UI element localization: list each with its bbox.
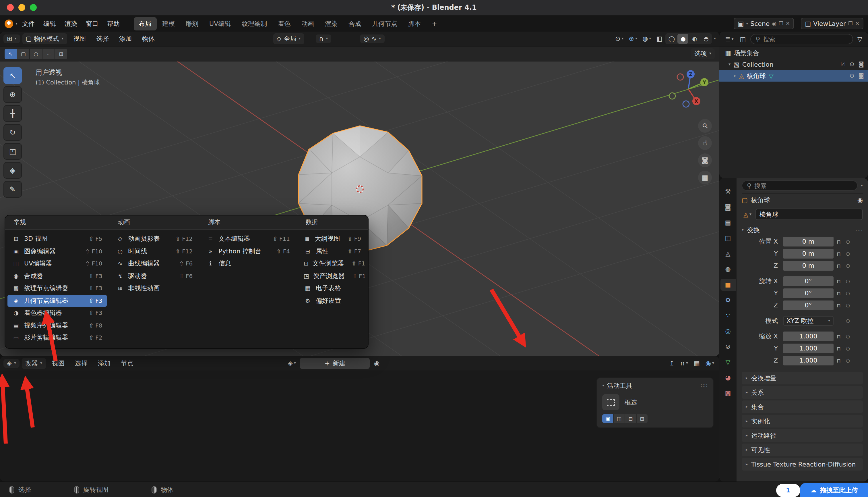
menu-select[interactable]: 选择: [92, 33, 113, 44]
select-mode-box[interactable]: ▢: [17, 48, 29, 59]
expand-icon[interactable]: ▾: [729, 62, 731, 66]
workspace-tab-scripting[interactable]: 脚本: [403, 17, 426, 30]
select-mode-more[interactable]: ⊞: [55, 48, 67, 59]
checkbox-checked-icon[interactable]: ☑: [840, 61, 845, 67]
menu-add[interactable]: 添加: [94, 358, 115, 369]
menu-item-file-browser[interactable]: ⊡文件浏览器⇧ F1: [299, 257, 366, 270]
scene-selector[interactable]: ▣ ▾ Scene ◉ ❐ ✕: [734, 18, 794, 29]
shading-rendered-button[interactable]: ◓: [701, 34, 711, 44]
select-mode-circle[interactable]: ○: [30, 48, 42, 59]
rotation-mode-dropdown[interactable]: XYZ 欧拉 ▾: [783, 316, 834, 326]
new-node-tree-button[interactable]: + 新建: [300, 358, 370, 369]
visibility-panel[interactable]: ▸ 可见性: [742, 443, 863, 456]
menu-item-shader-editor[interactable]: ◑着色器编辑器⇧ F3: [8, 307, 107, 319]
search-input[interactable]: [754, 182, 853, 189]
lock-icon[interactable]: ⊓: [834, 239, 844, 244]
search-input[interactable]: [763, 36, 848, 43]
menu-window[interactable]: 窗口: [82, 17, 102, 30]
grid-snap-button[interactable]: ▦: [692, 359, 702, 368]
properties-tab-constraints[interactable]: ⊘: [720, 341, 736, 353]
hide-eye-icon[interactable]: ⊙: [850, 61, 854, 67]
menu-item-compositor[interactable]: ◉合成器⇧ F3: [8, 270, 107, 282]
object-datablock-dropdown[interactable]: ◬ ▾: [742, 210, 753, 218]
zoom-button[interactable]: ⚲: [698, 119, 712, 133]
shading-wireframe-button[interactable]: ◯: [666, 34, 677, 44]
collection-row[interactable]: ▾ ▧ Collection ☑ ⊙ ◙: [719, 59, 868, 70]
properties-tab-output[interactable]: ▤: [720, 217, 736, 229]
pan-button[interactable]: ☝: [698, 136, 712, 150]
collapse-icon[interactable]: ▾: [602, 384, 604, 388]
workspace-tab-uv-editing[interactable]: UV编辑: [204, 17, 236, 30]
menu-item-dope-sheet[interactable]: ◇动画摄影表⇧ F12: [112, 233, 197, 245]
properties-tab-physics[interactable]: ◎: [720, 325, 736, 337]
box-select-tool-button[interactable]: [602, 394, 619, 410]
menu-add[interactable]: 添加: [115, 33, 136, 44]
annotate-tool[interactable]: ✎: [3, 181, 22, 198]
select-mode-lasso[interactable]: ∽: [43, 48, 55, 59]
properties-search[interactable]: ⚲: [742, 181, 858, 191]
decorator-icon[interactable]: ○: [844, 239, 852, 244]
blender-logo-icon[interactable]: [4, 19, 13, 28]
object-row-icosphere[interactable]: ▸ ◬ 棱角球 ▽ ⊙ ◙: [719, 70, 868, 82]
menu-help[interactable]: 帮助: [103, 17, 124, 30]
decorator-icon[interactable]: ○: [844, 334, 852, 339]
decorator-icon[interactable]: ○: [844, 318, 852, 324]
minimize-window-button[interactable]: [18, 4, 25, 11]
menu-object[interactable]: 物体: [138, 33, 159, 44]
editor-type-button[interactable]: ⊞ ▾: [3, 34, 20, 43]
editor-type-button[interactable]: ≣ ▾: [723, 35, 735, 43]
workspace-tab-modeling[interactable]: 建模: [157, 17, 180, 30]
scale-y-field[interactable]: 1.000: [783, 344, 834, 353]
select-box-tool[interactable]: ↖: [3, 67, 22, 84]
properties-tab-object[interactable]: ■: [720, 279, 736, 291]
filter-button[interactable]: ▽: [856, 35, 864, 43]
ortho-toggle-button[interactable]: ▦: [698, 171, 712, 184]
decorator-icon[interactable]: ○: [844, 251, 852, 256]
menu-item-image-editor[interactable]: ▣图像编辑器⇧ F10: [8, 245, 107, 257]
shading-solid-button[interactable]: ●: [678, 34, 689, 44]
rotation-x-field[interactable]: 0°: [783, 276, 834, 286]
lock-icon[interactable]: ⊓: [834, 251, 844, 257]
location-z-field[interactable]: 0 m: [783, 261, 834, 271]
workspace-tab-layout[interactable]: 布局: [133, 17, 157, 30]
menu-node[interactable]: 节点: [117, 358, 137, 369]
upload-drop-button[interactable]: ☁ 拖拽至此上传: [800, 483, 868, 497]
properties-tab-tool[interactable]: ⚒: [720, 186, 736, 198]
properties-tab-object-data[interactable]: ▽: [720, 356, 736, 368]
workspace-tab-shading[interactable]: 着色: [273, 17, 296, 30]
menu-item-timeline[interactable]: ◷时间线⇧ F12: [112, 245, 197, 257]
lock-icon[interactable]: ⊓: [834, 358, 844, 364]
mode-dropdown[interactable]: ▢ 物体模式 ▾: [22, 33, 67, 44]
instancing-panel[interactable]: ▸ 实例化: [742, 415, 863, 427]
decorator-icon[interactable]: ○: [844, 279, 852, 284]
menu-item-properties[interactable]: ⊟属性⇧ F7: [299, 245, 366, 257]
relations-panel[interactable]: ▸ 关系: [742, 386, 863, 399]
select-subtract-mode[interactable]: ⊟: [625, 414, 636, 423]
close-icon[interactable]: ✕: [855, 21, 859, 26]
lock-icon[interactable]: ⊓: [834, 345, 844, 351]
workspace-tab-render[interactable]: 渲染: [320, 17, 343, 30]
viewlayer-selector[interactable]: ◫ ViewLayer ❐ ✕: [801, 18, 864, 29]
delta-transform-panel[interactable]: ▸ 变换增量: [742, 372, 863, 384]
menu-view[interactable]: 视图: [69, 33, 90, 44]
properties-tab-particles[interactable]: ∵: [720, 310, 736, 322]
properties-tab-render[interactable]: ◙: [720, 201, 736, 213]
scene-collection-row[interactable]: ▦ 场景集合: [719, 47, 868, 59]
breadcrumb-object[interactable]: 棱角球: [751, 196, 770, 204]
pin-icon[interactable]: ◉: [857, 197, 863, 203]
select-set-mode[interactable]: ▣: [602, 414, 613, 423]
workspace-tab-animation[interactable]: 动画: [296, 17, 319, 30]
motion-paths-panel[interactable]: ▸ 运动路径: [742, 429, 863, 442]
node-tree-datablock-dropdown[interactable]: ◈ ▾: [286, 359, 298, 368]
location-y-field[interactable]: 0 m: [783, 249, 834, 258]
expand-icon[interactable]: ▸: [734, 74, 736, 78]
workspace-tab-sculpting[interactable]: 雕刻: [180, 17, 204, 30]
menu-item-python-console[interactable]: »Python 控制台⇧ F4: [202, 245, 294, 257]
decorator-icon[interactable]: ○: [844, 291, 852, 296]
properties-tab-modifiers[interactable]: ⚙: [720, 294, 736, 306]
menu-item-info[interactable]: ℹ信息: [202, 257, 294, 270]
scale-tool[interactable]: ◳: [3, 143, 22, 160]
display-mode-button[interactable]: ◫: [738, 35, 748, 43]
menu-item-drivers[interactable]: ↯驱动器⇧ F6: [112, 270, 197, 282]
transform-orientation-dropdown[interactable]: ◇ 全局 ▾: [273, 33, 304, 44]
